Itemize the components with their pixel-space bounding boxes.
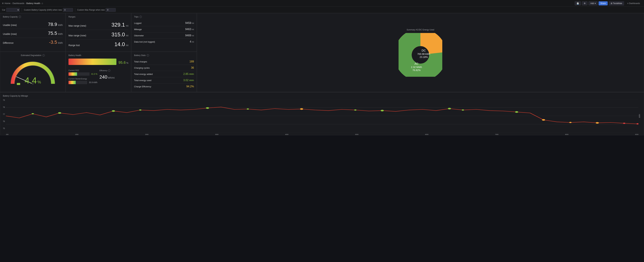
- battery-capacity-filter: Custom Battery Capacity (kWh) when new: [24, 8, 73, 12]
- efficiency-value-row: 240 Wh/mi: [100, 74, 128, 80]
- max-range-new-label: Max range (new): [68, 24, 86, 27]
- svg-point-31: [462, 110, 464, 110]
- battery-capacity-title: Battery Capacity i: [3, 16, 63, 18]
- energy-bar-wrapper: 30.9 kWh: [68, 81, 98, 84]
- mileage-value: 9463: [185, 28, 191, 31]
- ranges-panel: Ranges Max range (new) 329.1 mi Max rang…: [66, 13, 131, 52]
- max-range-filter: Custom Max Range when new: [77, 8, 116, 12]
- settings-button[interactable]: ⚙: [582, 1, 588, 6]
- grid-icon: ⊞: [611, 2, 612, 4]
- add-button[interactable]: Add ▾: [588, 1, 598, 6]
- degradation-info-icon[interactable]: i: [42, 54, 45, 56]
- svg-text:DC: DC: [422, 49, 426, 52]
- battery-capacity-input[interactable]: [63, 8, 73, 12]
- gauge-container: 4.4 %: [8, 58, 58, 87]
- degradation-unit: %: [37, 80, 41, 84]
- degradation-value: 4.4: [24, 76, 37, 85]
- usable-now-row: Usable (now) 75.5 kWh: [3, 29, 63, 38]
- mileage-row: Mileage 9463 mi: [134, 26, 194, 32]
- x-tick: 2000: [145, 134, 148, 135]
- filter-divider-2: [75, 8, 75, 12]
- max-range-now-row: Max range (now) 315.0 mi: [68, 30, 128, 40]
- share-button[interactable]: Share: [598, 1, 608, 6]
- difference-value: -3.5: [49, 40, 57, 45]
- svg-text:23.18%: 23.18%: [420, 56, 428, 58]
- stored-energy-section: Current Stored Energy 30.9 kWh: [68, 78, 98, 84]
- difference-label: Difference: [3, 42, 14, 44]
- breadcrumb-home[interactable]: Home: [4, 2, 10, 4]
- efficiency-value: 240: [100, 74, 107, 80]
- car-select[interactable]: [6, 8, 20, 12]
- chart-title: Battery Capacity by Mileage: [3, 95, 641, 97]
- efficiency-info-icon[interactable]: i: [108, 69, 110, 72]
- star-icon[interactable]: ☆: [41, 2, 44, 5]
- trips-panel: Trips i Logged 9459 mi Mileage 9463 mi O…: [131, 13, 197, 52]
- battery-stats-info-icon[interactable]: i: [147, 54, 149, 56]
- total-charges-value: 189: [190, 60, 194, 63]
- odometer-row: Odometer 9469 mi: [134, 32, 194, 39]
- tab-teslamate[interactable]: ⊞ TeslaMate: [609, 1, 624, 6]
- usable-new-value: 78.9: [48, 22, 57, 27]
- y-tick-79: 79: [3, 99, 5, 101]
- list-icon: ≡: [627, 2, 628, 4]
- tab-dashboards[interactable]: ≡ Dashboards: [625, 1, 642, 6]
- efficiency-section: Efficiency i 240 Wh/mi: [100, 69, 128, 84]
- battery-capacity-label: Custom Battery Capacity (kWh) when new: [24, 9, 62, 11]
- ranges-title: Ranges: [68, 16, 128, 18]
- svg-point-21: [300, 108, 303, 110]
- odometer-unit: mi: [192, 34, 194, 37]
- x-tick: 4000: [285, 134, 288, 135]
- dashboard-grid: Battery Capacity i Usable (new) 78.9 kWh…: [0, 13, 644, 92]
- y-ticks: 79 78 77 76 75: [3, 99, 5, 130]
- y-tick-75: 75: [3, 128, 5, 130]
- total-charges-label: Total charges: [134, 60, 147, 63]
- x-axis-ticks: 200 1000 2000 3000 4000 5000 6000 7000 8…: [6, 134, 638, 135]
- svg-point-19: [112, 110, 115, 112]
- x-tick: 6000: [425, 134, 428, 135]
- usable-now-label: Usable (now): [3, 33, 17, 35]
- health-sub-grid: Current SOC 41.0 % Current Stored Energy: [68, 69, 128, 84]
- svg-point-20: [206, 107, 209, 109]
- bottom-chart-panel: Battery Capacity by Mileage 79 78 77 76 …: [0, 92, 644, 135]
- difference-row: Difference -3.5 kWh: [3, 38, 63, 46]
- hamburger-icon[interactable]: ≡: [2, 2, 4, 5]
- logged-row: Logged 9459 mi: [134, 20, 194, 26]
- battery-capacity-info-icon[interactable]: i: [19, 16, 21, 18]
- svg-point-28: [139, 110, 142, 110]
- soc-bar-outer: [68, 72, 90, 76]
- max-range-new-unit: mi: [126, 24, 128, 27]
- svg-point-22: [381, 110, 384, 112]
- usable-new-unit: kWh: [58, 24, 63, 26]
- energy-added-label: Total energy added: [134, 73, 153, 76]
- health-bar: [68, 58, 116, 65]
- max-range-new-row: Max range (new) 329.1 mi: [68, 20, 128, 30]
- save-button[interactable]: 💾: [575, 1, 581, 6]
- energy-bar-outer: [68, 81, 87, 84]
- battery-health-panel: Battery Health 95.6 % Current SOC 41.0 %: [66, 52, 131, 92]
- usable-now-value: 75.5: [48, 31, 57, 36]
- health-bar-row: 95.6 %: [68, 58, 128, 67]
- svg-point-26: [596, 122, 599, 124]
- trips-info-icon[interactable]: i: [140, 16, 142, 18]
- svg-point-33: [623, 123, 625, 124]
- y-tick-78: 78: [3, 106, 5, 108]
- usable-now-unit: kWh: [58, 33, 63, 35]
- max-range-input[interactable]: [106, 8, 116, 12]
- energy-added-row: Total energy added 2.85 MWh: [134, 71, 194, 77]
- breadcrumb-dashboards[interactable]: Dashboards: [12, 2, 24, 4]
- svg-point-23: [448, 108, 451, 110]
- breadcrumb-sep-1: ›: [11, 2, 12, 4]
- charge-efficiency-label: Charge Efficiency: [134, 85, 151, 88]
- battery-health-title: Battery Health: [68, 54, 128, 56]
- charging-cycles-value: 36: [191, 66, 194, 69]
- battery-capacity-panel: Battery Capacity i Usable (new) 78.9 kWh…: [0, 13, 66, 52]
- data-lost-value: 4: [190, 40, 191, 43]
- difference-unit: kWh: [58, 42, 63, 44]
- charging-cycles-row: Charging cycles 36: [134, 65, 194, 71]
- soc-section: Current SOC 41.0 % Current Stored Energy: [68, 69, 98, 84]
- stored-energy-title: Current Stored Energy: [68, 78, 98, 80]
- svg-point-18: [58, 112, 61, 114]
- logged-label: Logged: [134, 22, 141, 24]
- chart-area: 79 78 77 76 75: [3, 99, 641, 133]
- energy-used-label: Total energy used: [134, 79, 152, 82]
